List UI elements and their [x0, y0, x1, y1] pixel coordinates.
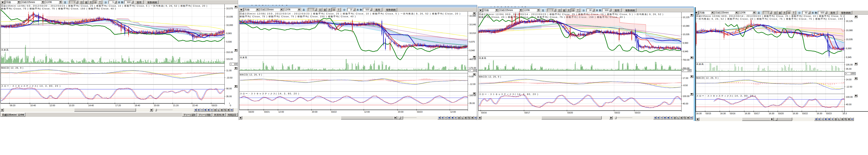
- svg-text:03/17: 03/17: [524, 111, 530, 114]
- svg-text:16:3: 16:3: [842, 112, 847, 114]
- svg-text:出来高: 出来高: [240, 56, 247, 59]
- svg-text:16:30: 16:30: [745, 112, 750, 114]
- svg-text:D: D: [458, 117, 460, 119]
- svg-text:115.00: 115.00: [226, 58, 233, 60]
- svg-text:20:00: 20:00: [312, 111, 317, 113]
- svg-text:複数銘柄: 複数銘柄: [386, 8, 396, 11]
- svg-text:分: 分: [94, 1, 97, 4]
- svg-text:日: 日: [774, 11, 777, 14]
- svg-text:適用: 適用: [375, 8, 380, 11]
- svg-text:30: 30: [589, 9, 592, 11]
- svg-text:日: 日: [81, 1, 83, 4]
- svg-text:L: L: [838, 118, 840, 121]
- svg-text:9,990: 9,990: [683, 42, 688, 44]
- svg-text:×: ×: [469, 70, 471, 72]
- svg-text:適用: 適用: [830, 11, 835, 14]
- svg-text:10,080: 10,080: [846, 29, 853, 31]
- svg-text:T: T: [99, 1, 101, 4]
- svg-text:40.00: 40.00: [683, 102, 688, 105]
- svg-text:40.00: 40.00: [846, 103, 851, 106]
- svg-text:月: 月: [328, 8, 331, 11]
- svg-text:スロー・ストキャスティクス( 14, 3, 80, 20 ): スロー・ストキャスティクス( 14, 3, 80, 20 ): [479, 93, 538, 95]
- svg-text:03/22: 03/22: [802, 112, 808, 114]
- svg-text:90.00: 90.00: [226, 87, 232, 90]
- svg-text:足: 足: [757, 11, 760, 14]
- svg-text:5: 5: [113, 1, 114, 3]
- svg-text:分: 分: [333, 8, 335, 11]
- svg-text:10,010: 10,010: [469, 32, 476, 34]
- svg-text:L: L: [218, 109, 219, 111]
- svg-text:T: T: [577, 9, 579, 12]
- svg-text:105.00: 105.00: [846, 63, 853, 66]
- svg-text:出来高: 出来高: [696, 63, 704, 65]
- svg-text:日経225mini 12/06: 日経225mini 12/06: [2, 113, 24, 116]
- svg-text:14:40: 14:40: [88, 104, 94, 107]
- svg-text:13:20: 13:20: [69, 104, 74, 107]
- svg-text:×: ×: [230, 63, 232, 65]
- svg-text:複数銘柄: 複数銘柄: [841, 11, 851, 14]
- svg-text:R: R: [465, 117, 466, 119]
- svg-text:チャート追加: チャート追加: [184, 113, 195, 116]
- svg-text:D: D: [835, 118, 837, 121]
- svg-text:03/15: 03/15: [706, 112, 711, 114]
- svg-text:12/06: 12/06: [46, 1, 52, 4]
- svg-text:500: 500: [821, 11, 824, 14]
- svg-text:10:40: 10:40: [30, 104, 36, 107]
- svg-text:R: R: [681, 117, 682, 119]
- svg-text:10,080: 10,080: [469, 15, 476, 17]
- svg-text:10,000: 10,000: [226, 24, 233, 26]
- svg-text:17:20: 17:20: [115, 104, 121, 107]
- svg-text:12/06: 12/06: [739, 11, 745, 14]
- svg-text:18:40: 18:40: [134, 104, 140, 107]
- svg-text:日: 日: [319, 8, 321, 11]
- svg-text:週: 週: [779, 11, 781, 14]
- svg-text:20:00: 20:00: [398, 111, 404, 113]
- svg-text:20:00: 20:00: [154, 104, 159, 107]
- svg-text:日経225mini: 日経225mini: [260, 8, 274, 11]
- svg-text:03/23: 03/23: [635, 111, 640, 114]
- svg-text:100: 100: [687, 70, 691, 72]
- svg-text:足: 足: [303, 8, 305, 11]
- svg-text:9,930: 9,930: [226, 41, 232, 43]
- svg-text:出来高: 出来高: [1, 49, 8, 51]
- svg-text:日経225mini: 日経225mini: [715, 11, 728, 14]
- svg-text:複数銘柄: 複数銘柄: [147, 1, 157, 4]
- svg-text:月: 月: [90, 1, 92, 4]
- svg-text:9,945: 9,945: [683, 50, 688, 53]
- svg-text:画面設定: 画面設定: [228, 113, 237, 116]
- svg-text:500: 500: [127, 1, 130, 3]
- svg-text:35.00: 35.00: [469, 102, 475, 104]
- svg-text:日経225mini: 日経225mini: [500, 9, 513, 11]
- svg-text:500: 500: [366, 8, 369, 11]
- svg-text:750.00: 750.00: [683, 59, 689, 61]
- svg-text:R: R: [221, 109, 223, 111]
- svg-text:1: 1: [552, 9, 553, 11]
- svg-text:-8.50: -8.50: [683, 84, 688, 86]
- svg-text:16:30: 16:30: [769, 112, 774, 114]
- svg-text:×: ×: [683, 70, 684, 72]
- svg-text:9,965: 9,965: [226, 32, 232, 34]
- svg-text:チャート削除: チャート削除: [199, 113, 211, 116]
- svg-text:03/20: 03/20: [778, 112, 784, 114]
- svg-text:L: L: [678, 117, 679, 119]
- svg-text:16:30: 16:30: [720, 112, 726, 114]
- svg-text:移動平均( Close, 20 ) 移動平均( Clos: 移動平均( Close, 20 ) 移動平均( Close, 75 ) 移動平均…: [479, 16, 625, 18]
- svg-text:移動平均( Close, 75 ) 移動平均( Clos: 移動平均( Close, 75 ) 移動平均( Close, 75 ) 移動平均…: [1, 7, 116, 10]
- svg-text:9,975: 9,975: [469, 41, 475, 43]
- svg-text:11.00: 11.00: [226, 69, 231, 72]
- svg-text:03/23: 03/23: [212, 104, 217, 107]
- svg-text:1: 1: [768, 11, 769, 14]
- svg-text:175.00: 175.00: [469, 67, 476, 69]
- svg-text:週: 週: [563, 9, 565, 12]
- svg-text:12:00: 12:00: [278, 111, 284, 113]
- svg-text:100: 100: [234, 63, 237, 65]
- svg-text:R: R: [841, 118, 843, 121]
- svg-text:03/22: 03/22: [331, 111, 337, 113]
- svg-text:×: ×: [846, 73, 847, 75]
- svg-text:分: 分: [572, 9, 575, 12]
- svg-text:月: 月: [783, 11, 786, 14]
- svg-text:分: 分: [104, 1, 107, 4]
- svg-text:09:20: 09:20: [10, 104, 16, 107]
- svg-text:12/06: 12/06: [284, 8, 290, 11]
- svg-text:10,035: 10,035: [226, 16, 233, 18]
